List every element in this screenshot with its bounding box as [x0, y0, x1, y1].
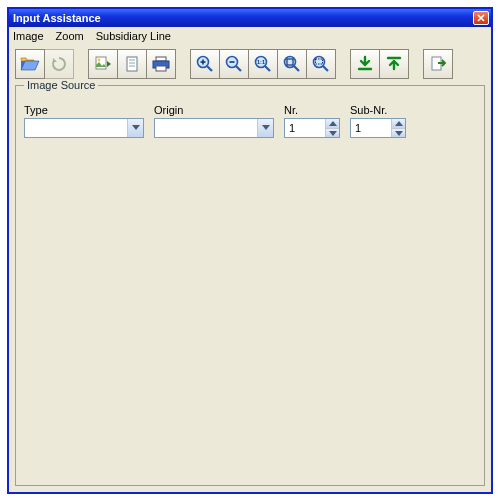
zoom-in-button[interactable] [190, 49, 220, 79]
svg-rect-2 [127, 57, 137, 71]
print-button[interactable] [146, 49, 176, 79]
origin-select[interactable] [154, 118, 274, 138]
open-folder-icon [20, 55, 40, 73]
open-button[interactable] [15, 49, 45, 79]
svg-line-14 [236, 66, 241, 71]
close-button[interactable] [473, 11, 489, 25]
menu-image[interactable]: Image [13, 30, 44, 42]
refresh-icon [50, 55, 68, 73]
spin-up-icon[interactable] [391, 119, 405, 128]
spin-down-icon[interactable] [391, 128, 405, 137]
zoom-fit-icon [282, 54, 302, 74]
zoom-100-icon: 1:1 [253, 54, 273, 74]
svg-line-17 [265, 66, 270, 71]
print-icon [151, 55, 171, 73]
sub-nr-label: Sub-Nr. [350, 104, 406, 116]
menubar: Image Zoom Subsidiary Line [9, 27, 491, 45]
download-button[interactable] [350, 49, 380, 79]
zoom-out-button[interactable] [219, 49, 249, 79]
nr-spinner[interactable]: 1 [284, 118, 340, 138]
spin-down-icon[interactable] [325, 128, 339, 137]
svg-rect-6 [156, 57, 166, 61]
zoom-selection-icon [311, 54, 331, 74]
page-icon [124, 55, 140, 73]
chevron-down-icon [257, 119, 273, 137]
spin-up-icon[interactable] [325, 119, 339, 128]
zoom-out-icon [224, 54, 244, 74]
menu-subsidiary-line[interactable]: Subsidiary Line [96, 30, 171, 42]
zoom-in-icon [195, 54, 215, 74]
sub-nr-spinner[interactable]: 1 [350, 118, 406, 138]
close-icon [477, 14, 485, 22]
chevron-down-icon [127, 119, 143, 137]
upload-button[interactable] [379, 49, 409, 79]
origin-label: Origin [154, 104, 274, 116]
image-to-page-button[interactable] [88, 49, 118, 79]
zoom-fit-button[interactable] [277, 49, 307, 79]
image-source-group: Image Source Type Origin [15, 85, 485, 486]
page-button[interactable] [117, 49, 147, 79]
svg-line-20 [294, 66, 299, 71]
menu-zoom[interactable]: Zoom [56, 30, 84, 42]
svg-line-10 [207, 66, 212, 71]
zoom-100-button[interactable]: 1:1 [248, 49, 278, 79]
svg-point-1 [98, 59, 101, 62]
image-source-legend: Image Source [24, 79, 98, 91]
window-title: Input Assistance [13, 12, 101, 24]
svg-text:1:1: 1:1 [257, 59, 265, 65]
nr-value: 1 [285, 122, 325, 134]
export-page-icon [429, 55, 447, 73]
svg-line-23 [323, 66, 328, 71]
download-icon [356, 55, 374, 73]
svg-rect-0 [96, 57, 106, 69]
svg-rect-8 [156, 66, 166, 71]
image-to-page-icon [93, 55, 113, 73]
refresh-button[interactable] [44, 49, 74, 79]
nr-label: Nr. [284, 104, 340, 116]
titlebar: Input Assistance [9, 9, 491, 27]
zoom-selection-button[interactable] [306, 49, 336, 79]
type-label: Type [24, 104, 144, 116]
title-buttons [473, 11, 489, 25]
input-assistance-window: Input Assistance Image Zoom Subsidiary L… [7, 7, 493, 494]
type-select[interactable] [24, 118, 144, 138]
svg-point-19 [285, 57, 296, 68]
sub-nr-value: 1 [351, 122, 391, 134]
export-button[interactable] [423, 49, 453, 79]
upload-icon [385, 55, 403, 73]
